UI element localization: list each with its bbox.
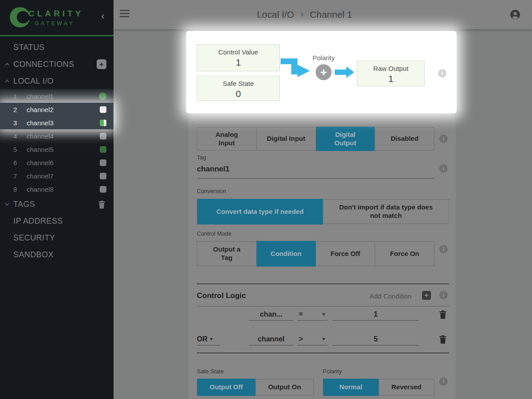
polarity-normal-selected[interactable]: Normal	[323, 379, 379, 396]
add-condition-button[interactable]: +	[422, 291, 431, 300]
add-condition-label[interactable]: Add Condition	[370, 292, 411, 300]
channel-number: 3	[13, 119, 17, 127]
tag-info-icon[interactable]: i	[439, 164, 448, 173]
sidebar-item-label: STATUS	[13, 43, 45, 52]
control-mode-force-off[interactable]: Force Off	[316, 242, 375, 266]
condition2-delete-button[interactable]	[439, 335, 448, 344]
control-mode-condition-selected[interactable]: Condition	[256, 241, 316, 267]
add-connection-button[interactable]: +	[97, 59, 106, 69]
main-area: Local I/O › Channel 1 Analog Input Digit…	[113, 0, 532, 399]
condition-value: 5	[374, 335, 378, 343]
condition1-operator-select[interactable]: = ▾	[297, 307, 328, 321]
raw-output-label: Raw Output	[357, 65, 424, 72]
sidebar-item-label: SANDBOX	[13, 250, 54, 260]
channel-number: 5	[13, 146, 17, 153]
conversion-dont-import[interactable]: Don't import if data type does not match	[323, 200, 449, 224]
menu-icon[interactable]	[120, 10, 129, 19]
channel-status-indicator	[100, 186, 106, 193]
breadcrumb: Local I/O › Channel 1	[257, 0, 352, 29]
sidebar-item-label: LOCAL I/O	[13, 77, 54, 86]
polarity-label: Polarity	[323, 368, 342, 375]
spotlight-channel-rows: 2 channel2 3 channel3	[0, 103, 113, 129]
safe-state-label: Safe State	[197, 368, 224, 375]
control-mode-output-a-tag[interactable]: Output a Tag	[197, 242, 256, 266]
channel-status-indicator	[100, 120, 106, 126]
sidebar-item-label: IP ADDRESS	[13, 217, 63, 226]
io-type-info-icon[interactable]: i	[439, 135, 448, 143]
tag-input[interactable]: channel1	[197, 165, 434, 178]
segment-label: Condition	[270, 250, 301, 258]
channel-name: channel3	[27, 119, 54, 127]
io-type-digital-output-selected[interactable]: Digital Output	[316, 127, 375, 151]
diagram-polarity-label: Polarity	[297, 54, 350, 62]
sidebar-item-connections[interactable]: CONNECTIONS +	[0, 56, 113, 73]
channel-name: channel2	[27, 106, 54, 113]
sidebar-item-ip-address[interactable]: IP ADDRESS	[0, 213, 113, 229]
channel-status-indicator	[100, 159, 106, 166]
logo-text: CLARITY GATEWAY	[28, 9, 83, 27]
top-app-bar: Local I/O › Channel 1	[113, 0, 532, 29]
channel-row-2[interactable]: 2 channel2	[0, 103, 113, 116]
sidebar-item-label: CONNECTIONS	[13, 60, 74, 69]
condition1-tag-input[interactable]: chan...	[249, 307, 293, 321]
channel-row-7[interactable]: 7 channel7	[0, 169, 113, 182]
segment-label: Digital Input	[267, 135, 305, 143]
condition-operator-value: =	[299, 310, 303, 318]
channel-row-6[interactable]: 6 channel6	[0, 156, 113, 169]
control-value-number: 1	[197, 57, 279, 68]
sidebar-item-status[interactable]: STATUS	[0, 39, 113, 56]
channel-row-3[interactable]: 3 channel3	[0, 116, 113, 129]
segment-label: Force Off	[331, 250, 360, 258]
condition2-operator-select[interactable]: > ▾	[297, 332, 328, 345]
sidebar-item-security[interactable]: SECURITY	[0, 229, 113, 246]
segment-label: Output Off	[210, 383, 243, 391]
channel-status-indicator	[100, 133, 106, 139]
breadcrumb-local-io[interactable]: Local I/O	[257, 9, 294, 20]
safe-state-output-off-selected[interactable]: Output Off	[197, 379, 255, 396]
delete-tags-button[interactable]	[97, 199, 106, 209]
channel-row-8[interactable]: 8 channel8	[0, 182, 113, 196]
sidebar-item-local-io[interactable]: LOCAL I/O	[0, 73, 113, 89]
condition2-value-input[interactable]: 5	[332, 332, 419, 345]
condition1-value-input[interactable]: 1	[332, 307, 419, 321]
channel-row-4[interactable]: 4 channel4	[0, 129, 113, 143]
sidebar-item-sandbox[interactable]: SANDBOX	[0, 246, 113, 263]
sidebar-collapse-icon[interactable]: ‹	[101, 11, 105, 21]
control-logic-info-icon[interactable]: i	[439, 291, 448, 299]
channel-name: channel4	[27, 132, 54, 140]
control-value-label: Control Value	[197, 48, 279, 56]
channel-name: channel6	[27, 159, 54, 167]
chevron-right-icon: ›	[300, 8, 303, 20]
segment-label: Output On	[268, 383, 301, 391]
raw-output-number: 1	[357, 74, 424, 84]
channel-status-indicator	[100, 106, 106, 113]
io-type-analog-input[interactable]: Analog Input	[197, 128, 256, 150]
user-account-icon[interactable]	[510, 9, 520, 20]
breadcrumb-channel-1: Channel 1	[310, 9, 352, 20]
conversion-label: Conversion	[197, 188, 226, 194]
io-type-toggle-group: Analog Input Digital Input Digital Outpu…	[197, 127, 434, 151]
diagram-info-icon[interactable]: i	[438, 69, 446, 77]
condition2-bool-select[interactable]: OR ▾	[197, 332, 220, 345]
control-mode-force-on[interactable]: Force On	[375, 242, 434, 266]
dropdown-caret-icon: ▾	[322, 336, 325, 343]
channel-number: 8	[13, 186, 17, 193]
channel-number: 7	[13, 172, 17, 180]
polarity-info-icon[interactable]: i	[439, 377, 448, 386]
channel-row-5[interactable]: 5 channel5	[0, 143, 113, 156]
polarity-reversed[interactable]: Reversed	[379, 380, 434, 395]
segment-label: Force On	[390, 250, 419, 258]
safe-state-output-on[interactable]: Output On	[255, 380, 314, 395]
chevron-up-icon	[4, 79, 10, 83]
io-type-disabled[interactable]: Disabled	[375, 128, 434, 150]
channel-number: 4	[13, 132, 17, 140]
control-mode-info-icon[interactable]: i	[439, 245, 448, 253]
io-type-digital-input[interactable]: Digital Input	[256, 128, 316, 150]
segment-label: Output a Tag	[211, 245, 243, 262]
control-value-box: Control Value 1	[197, 44, 280, 71]
condition2-tag-input[interactable]: channel	[249, 332, 293, 345]
condition1-delete-button[interactable]	[439, 310, 448, 319]
sidebar-item-tags[interactable]: TAGS	[0, 196, 113, 213]
channel-row-1[interactable]: 1 channel1	[0, 89, 113, 103]
conversion-convert-selected[interactable]: Convert data type if needed	[197, 199, 323, 225]
